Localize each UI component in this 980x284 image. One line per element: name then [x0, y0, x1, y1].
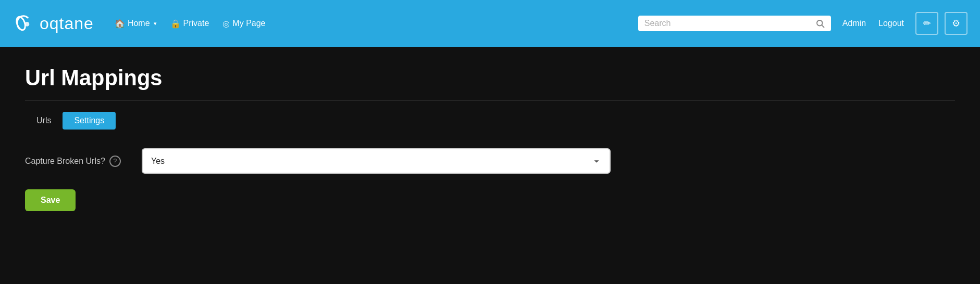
form-group-capture-broken-urls: Capture Broken Urls? ? Yes No: [25, 148, 955, 174]
gear-icon: ⚙: [952, 18, 960, 29]
pencil-icon: ✏: [923, 18, 931, 29]
search-input[interactable]: [644, 19, 811, 28]
tab-settings[interactable]: Settings: [63, 112, 116, 130]
page-title: Url Mappings: [25, 66, 955, 91]
nav-mypage-label: My Page: [232, 19, 265, 28]
search-button[interactable]: [815, 19, 825, 28]
tabs: Urls Settings: [25, 112, 955, 130]
nav-menu: 🏠 Home ▾ 🔒 Private ◎ My Page: [109, 16, 638, 32]
oqtane-logo: [13, 12, 35, 35]
save-button[interactable]: Save: [25, 189, 76, 211]
lock-icon: 🔒: [170, 19, 181, 29]
label-text: Capture Broken Urls?: [25, 157, 105, 166]
capture-broken-urls-label: Capture Broken Urls? ?: [25, 156, 129, 167]
help-icon[interactable]: ?: [109, 156, 121, 167]
home-icon: 🏠: [115, 19, 125, 29]
home-caret-icon: ▾: [154, 20, 157, 27]
settings-button[interactable]: ⚙: [945, 12, 967, 35]
logout-link[interactable]: Logout: [873, 16, 909, 31]
navbar-right: Admin Logout ✏ ⚙: [638, 12, 967, 35]
divider: [25, 100, 955, 100]
nav-private-label: Private: [183, 19, 209, 28]
search-icon: [815, 19, 825, 28]
svg-point-2: [24, 22, 29, 27]
mypage-icon: ◎: [222, 19, 230, 29]
svg-line-4: [822, 25, 824, 27]
nav-item-home[interactable]: 🏠 Home ▾: [109, 16, 162, 32]
capture-broken-urls-select[interactable]: Yes No: [142, 148, 611, 174]
main-content: Url Mappings Urls Settings Capture Broke…: [0, 47, 980, 236]
nav-item-mypage[interactable]: ◎ My Page: [217, 16, 270, 32]
brand-logo-link[interactable]: oqtane: [13, 12, 94, 35]
edit-button[interactable]: ✏: [915, 12, 938, 35]
admin-link[interactable]: Admin: [837, 16, 871, 31]
brand-name: oqtane: [40, 14, 94, 33]
user-links: Admin Logout: [837, 16, 909, 31]
nav-home-label: Home: [128, 19, 150, 28]
nav-item-private[interactable]: 🔒 Private: [165, 16, 215, 32]
search-box: [638, 16, 831, 31]
navbar: oqtane 🏠 Home ▾ 🔒 Private ◎ My Page: [0, 0, 980, 47]
tab-urls[interactable]: Urls: [25, 112, 63, 130]
